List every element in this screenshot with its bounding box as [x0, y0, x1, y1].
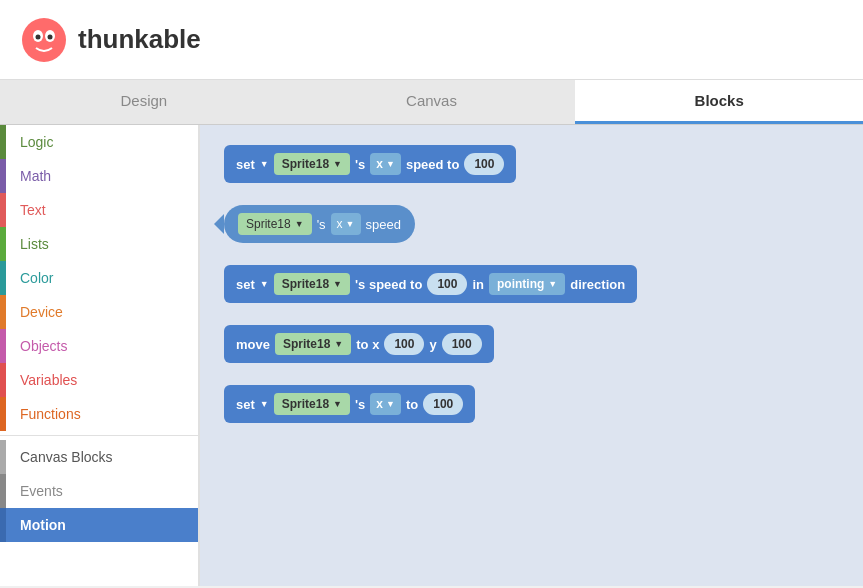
block-row-set-to: set ▼ Sprite18 ▼ 's x ▼ to 100	[224, 385, 839, 423]
block-get-speed: Sprite18 ▼ 's x ▼ speed	[224, 205, 415, 243]
block-move: move Sprite18 ▼ to x 100 y 100	[224, 325, 494, 363]
tab-blocks[interactable]: Blocks	[575, 80, 863, 124]
device-color-bar	[0, 295, 6, 329]
block-set-to: set ▼ Sprite18 ▼ 's x ▼ to 100	[224, 385, 475, 423]
set-label: set	[236, 157, 255, 172]
tabs-bar: Design Canvas Blocks	[0, 80, 863, 125]
sidebar-item-events[interactable]: Events	[0, 474, 198, 508]
speed-to-label-1: speed to	[406, 157, 459, 172]
direction-dropdown-3[interactable]: pointing ▼	[489, 273, 565, 295]
in-label-3: in	[472, 277, 484, 292]
sidebar-divider	[0, 435, 198, 436]
speed-label-2: speed	[366, 217, 401, 232]
apostrophe-s-5: 's	[355, 397, 365, 412]
set-label-5: set	[236, 397, 255, 412]
apostrophe-s-1: 's	[355, 157, 365, 172]
events-color-bar	[0, 474, 6, 508]
set-chevron-5: ▼	[260, 399, 269, 409]
text-color-bar	[0, 193, 6, 227]
sidebar-item-text[interactable]: Text	[0, 193, 198, 227]
block-set-speed: set ▼ Sprite18 ▼ 's x ▼ speed to 100	[224, 145, 516, 183]
block-row-move: move Sprite18 ▼ to x 100 y 100	[224, 325, 839, 363]
sprite-dropdown-1[interactable]: Sprite18 ▼	[274, 153, 350, 175]
svg-point-0	[22, 18, 66, 62]
x-value-box-4[interactable]: 100	[384, 333, 424, 355]
sprite-dropdown-2[interactable]: Sprite18 ▼	[238, 213, 312, 235]
canvas-blocks-color-bar	[0, 440, 6, 474]
direction-suffix-3: direction	[570, 277, 625, 292]
functions-color-bar	[0, 397, 6, 431]
sidebar-item-variables[interactable]: Variables	[0, 363, 198, 397]
set-label-3: set	[236, 277, 255, 292]
sidebar-item-functions[interactable]: Functions	[0, 397, 198, 431]
left-notch-2	[214, 214, 224, 234]
sprite-dropdown-5[interactable]: Sprite18 ▼	[274, 393, 350, 415]
blocks-canvas: set ▼ Sprite18 ▼ 's x ▼ speed to 100	[200, 125, 863, 586]
move-label: move	[236, 337, 270, 352]
motion-color-bar	[0, 508, 6, 542]
value-box-3[interactable]: 100	[427, 273, 467, 295]
math-color-bar	[0, 159, 6, 193]
y-value-box-4[interactable]: 100	[442, 333, 482, 355]
to-x-label-4: to x	[356, 337, 379, 352]
y-label-4: y	[429, 337, 436, 352]
logic-color-bar	[0, 125, 6, 159]
logo-area: thunkable	[20, 16, 201, 64]
x-dropdown-5[interactable]: x ▼	[370, 393, 401, 415]
sidebar-item-objects[interactable]: Objects	[0, 329, 198, 363]
sidebar-item-logic[interactable]: Logic	[0, 125, 198, 159]
sidebar-item-math[interactable]: Math	[0, 159, 198, 193]
svg-point-3	[36, 34, 41, 39]
value-box-1[interactable]: 100	[464, 153, 504, 175]
sidebar-item-device[interactable]: Device	[0, 295, 198, 329]
set-chevron-3: ▼	[260, 279, 269, 289]
sidebar: Logic Math Text Lists Color Device Objec…	[0, 125, 200, 586]
variables-color-bar	[0, 363, 6, 397]
block-row-set-speed: set ▼ Sprite18 ▼ 's x ▼ speed to 100	[224, 145, 839, 183]
logo-icon	[20, 16, 68, 64]
x-dropdown-2[interactable]: x ▼	[331, 213, 361, 235]
value-box-5[interactable]: 100	[423, 393, 463, 415]
block-set-direction: set ▼ Sprite18 ▼ 's speed to 100 in poin…	[224, 265, 637, 303]
tab-design[interactable]: Design	[0, 80, 288, 124]
color-color-bar	[0, 261, 6, 295]
sidebar-item-color[interactable]: Color	[0, 261, 198, 295]
apostrophe-s-2: 's	[317, 217, 326, 232]
svg-point-4	[48, 34, 53, 39]
sidebar-item-canvas-blocks[interactable]: Canvas Blocks	[0, 440, 198, 474]
lists-color-bar	[0, 227, 6, 261]
brand-name: thunkable	[78, 24, 201, 55]
to-label-5: to	[406, 397, 418, 412]
sprite-dropdown-4[interactable]: Sprite18 ▼	[275, 333, 351, 355]
tab-canvas[interactable]: Canvas	[288, 80, 576, 124]
sidebar-item-motion[interactable]: Motion	[0, 508, 198, 542]
set-chevron: ▼	[260, 159, 269, 169]
x-dropdown-1[interactable]: x ▼	[370, 153, 401, 175]
block-row-set-direction: set ▼ Sprite18 ▼ 's speed to 100 in poin…	[224, 265, 839, 303]
sidebar-item-lists[interactable]: Lists	[0, 227, 198, 261]
block-row-get-speed: Sprite18 ▼ 's x ▼ speed	[224, 205, 839, 243]
main-layout: Logic Math Text Lists Color Device Objec…	[0, 125, 863, 586]
sprite-dropdown-3[interactable]: Sprite18 ▼	[274, 273, 350, 295]
header: thunkable	[0, 0, 863, 80]
objects-color-bar	[0, 329, 6, 363]
speed-to-label-3: 's speed to	[355, 277, 422, 292]
